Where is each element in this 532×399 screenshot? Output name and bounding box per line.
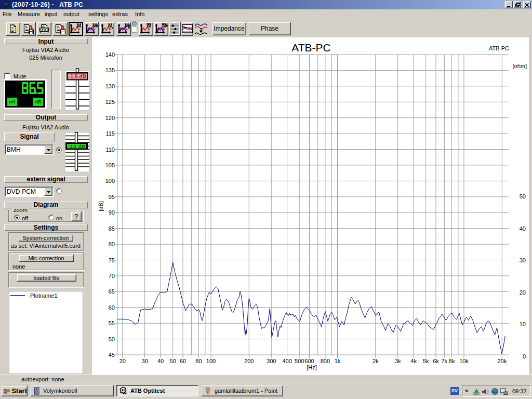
svg-text:ATB PC: ATB PC	[489, 45, 509, 51]
svg-text:-10 dB: -10 dB	[68, 144, 86, 149]
svg-text:130: 130	[105, 83, 115, 89]
svg-text:70: 70	[109, 273, 115, 279]
svg-text:50: 50	[170, 358, 176, 364]
svg-text:1k: 1k	[335, 358, 341, 364]
svg-text:500: 500	[295, 358, 304, 364]
svg-text:200: 200	[244, 358, 254, 364]
svg-text:100: 100	[105, 178, 115, 184]
svg-text:120: 120	[105, 115, 115, 121]
svg-text:800: 800	[321, 358, 330, 364]
svg-text:[ohm]: [ohm]	[512, 63, 527, 69]
svg-text:10k: 10k	[459, 358, 469, 364]
svg-text:5k: 5k	[423, 358, 429, 364]
svg-text:105: 105	[105, 162, 115, 168]
svg-text:2k: 2k	[373, 358, 379, 364]
svg-text:50: 50	[109, 336, 115, 342]
svg-text:0: 0	[523, 353, 526, 360]
svg-text:[Hz]: [Hz]	[307, 364, 317, 370]
svg-text:140: 140	[105, 51, 115, 58]
svg-text:45: 45	[109, 352, 115, 358]
svg-text:95: 95	[109, 194, 115, 200]
svg-text:20: 20	[520, 289, 526, 296]
svg-text:7k: 7k	[441, 358, 447, 364]
svg-text:90: 90	[109, 209, 115, 216]
svg-text:600: 600	[304, 358, 314, 364]
svg-text:135: 135	[105, 67, 115, 73]
svg-text:60: 60	[109, 304, 115, 311]
svg-text:125: 125	[105, 99, 115, 105]
svg-text:3k: 3k	[395, 358, 401, 364]
svg-text:20: 20	[119, 358, 126, 364]
svg-text:30: 30	[142, 358, 148, 364]
svg-text:30: 30	[520, 257, 526, 263]
svg-text:65: 65	[109, 288, 115, 295]
svg-text:55: 55	[109, 320, 115, 326]
svg-text:ATB-PC: ATB-PC	[291, 42, 330, 54]
svg-text:6k: 6k	[433, 358, 439, 364]
svg-text:100: 100	[206, 358, 216, 364]
svg-text:85: 85	[109, 225, 115, 232]
svg-text:8k: 8k	[449, 358, 455, 364]
svg-text:80: 80	[195, 358, 202, 364]
svg-text:80: 80	[109, 241, 115, 247]
svg-text:20k: 20k	[497, 358, 507, 364]
svg-text:110: 110	[105, 147, 115, 153]
svg-text:[dB]: [dB]	[98, 201, 104, 211]
svg-text:50: 50	[520, 193, 526, 200]
svg-text:M: M	[77, 23, 81, 29]
svg-text:40: 40	[520, 225, 526, 232]
svg-text:400: 400	[282, 358, 291, 364]
svg-text:40: 40	[157, 358, 164, 364]
svg-text:300: 300	[267, 358, 276, 364]
svg-text:-1.5 dB: -1.5 dB	[69, 74, 86, 79]
svg-text:4k: 4k	[410, 358, 417, 364]
svg-text:60: 60	[180, 358, 186, 364]
svg-text:115: 115	[105, 130, 115, 137]
svg-text:10: 10	[520, 321, 526, 327]
svg-text:75: 75	[109, 257, 115, 263]
